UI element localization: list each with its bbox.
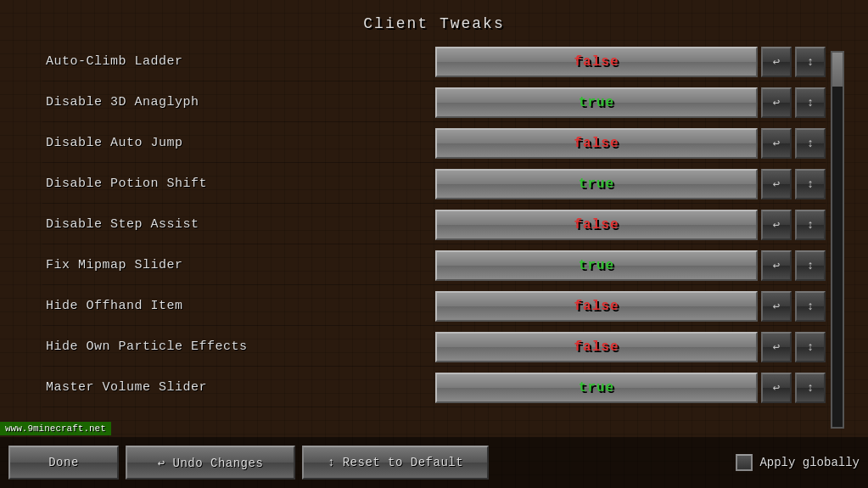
undo-icon-button[interactable]: ↩ [761,128,792,159]
table-row: Disable Potion Shifttrue↩↕ [42,165,826,204]
settings-list: Auto-Climb Ladderfalse↩↕Disable 3D Anagl… [42,42,826,407]
undo-icon-button[interactable]: ↩ [761,250,792,281]
setting-value-button[interactable]: false [435,210,758,240]
setting-label: Hide Own Particle Effects [42,339,435,354]
undo-icon-button[interactable]: ↩ [761,291,792,322]
table-row: Disable 3D Anaglyphtrue↩↕ [42,83,826,122]
setting-label: Disable Potion Shift [42,177,435,191]
table-row: Hide Offhand Itemfalse↩↕ [42,287,826,326]
setting-label: Disable Step Assist [42,217,435,232]
setting-value-button[interactable]: false [435,128,758,159]
setting-value-button[interactable]: false [435,47,758,77]
apply-globally-container: Apply globally [736,454,860,471]
reset-icon-button[interactable]: ↕ [795,332,826,362]
setting-value-button[interactable]: true [435,373,758,403]
setting-label: Fix Mipmap Slider [42,258,435,272]
reset-icon-button[interactable]: ↕ [795,250,826,281]
undo-icon-button[interactable]: ↩ [761,87,792,118]
undo-icon-button[interactable]: ↩ [761,169,792,199]
reset-icon-button[interactable]: ↕ [795,291,826,322]
reset-icon-button[interactable]: ↕ [795,210,826,240]
undo-icon-button[interactable]: ↩ [761,332,792,362]
reset-icon-button[interactable]: ↕ [795,169,826,199]
setting-label: Master Volume Slider [42,380,435,395]
reset-icon-button[interactable]: ↕ [795,47,826,77]
reset-button[interactable]: ↕ Reset to Default [302,446,489,480]
setting-value-button[interactable]: true [435,169,758,199]
bottom-bar: Done ↩ Undo Changes ↕ Reset to Default A… [0,437,868,488]
undo-icon-button[interactable]: ↩ [761,47,792,77]
setting-label: Auto-Climb Ladder [42,54,435,69]
setting-value-button[interactable]: false [435,291,758,322]
apply-globally-label: Apply globally [759,456,860,469]
table-row: Fix Mipmap Slidertrue↩↕ [42,246,826,285]
setting-label: Disable Auto Jump [42,136,435,150]
page-title: Client Tweaks [0,0,868,42]
undo-icon-button[interactable]: ↩ [761,373,792,403]
watermark: www.9minecraft.net [0,422,111,435]
table-row: Master Volume Slidertrue↩↕ [42,368,826,407]
apply-globally-checkbox[interactable] [736,454,753,471]
scrollbar-thumb[interactable] [832,53,843,87]
undo-icon-button[interactable]: ↩ [761,210,792,240]
setting-value-button[interactable]: true [435,250,758,281]
setting-value-button[interactable]: false [435,332,758,362]
table-row: Hide Own Particle Effectsfalse↩↕ [42,328,826,367]
reset-icon-button[interactable]: ↕ [795,373,826,403]
reset-icon-button[interactable]: ↕ [795,128,826,159]
setting-value-button[interactable]: true [435,87,758,118]
scrollbar[interactable] [831,51,844,429]
undo-button[interactable]: ↩ Undo Changes [126,446,295,480]
setting-label: Hide Offhand Item [42,299,435,313]
table-row: Auto-Climb Ladderfalse↩↕ [42,42,826,81]
setting-label: Disable 3D Anaglyph [42,95,435,109]
done-button[interactable]: Done [8,446,119,480]
table-row: Disable Auto Jumpfalse↩↕ [42,124,826,163]
reset-icon-button[interactable]: ↕ [795,87,826,118]
table-row: Disable Step Assistfalse↩↕ [42,205,826,244]
